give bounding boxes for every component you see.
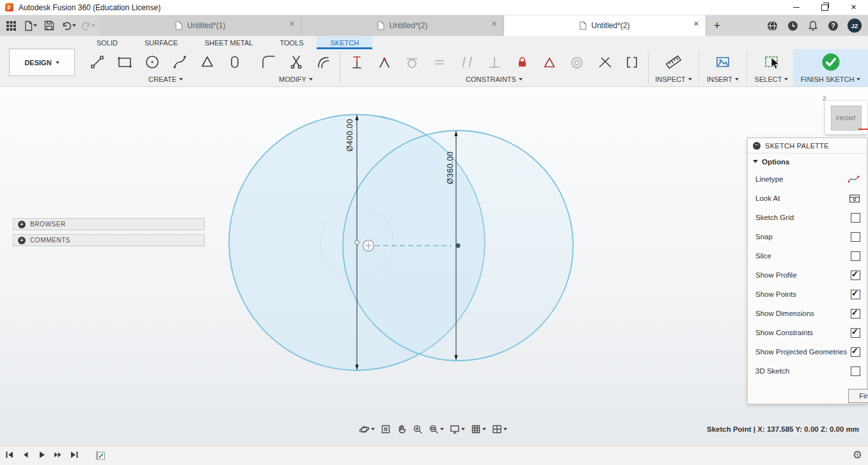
sketch-grid-checkbox[interactable] bbox=[851, 213, 860, 223]
options-section-header[interactable]: Options bbox=[748, 154, 867, 169]
tab-solid[interactable]: SOLID bbox=[83, 36, 131, 49]
workspace-selector[interactable]: DESIGN bbox=[9, 49, 75, 76]
job-status-icon[interactable] bbox=[787, 20, 799, 32]
doc-tab-3-active[interactable]: Untitled*(2) ✕ bbox=[504, 15, 706, 36]
globe-icon[interactable] bbox=[766, 20, 778, 32]
chevron-down-icon bbox=[179, 78, 183, 81]
horizontal-vertical-constraint-icon[interactable] bbox=[343, 50, 370, 74]
symmetry-constraint-icon[interactable] bbox=[618, 50, 645, 74]
user-avatar[interactable]: JZ bbox=[848, 19, 862, 33]
look-at-icon[interactable] bbox=[849, 194, 860, 203]
step-forward-icon[interactable] bbox=[53, 450, 63, 459]
origin-point[interactable] bbox=[363, 240, 374, 251]
close-button[interactable]: ✕ bbox=[839, 0, 868, 15]
zoom-window-button[interactable] bbox=[427, 422, 446, 436]
timeline-sketch-feature[interactable] bbox=[95, 450, 106, 464]
center-point-inner[interactable] bbox=[456, 244, 460, 248]
view-cube[interactable]: Z FRONT bbox=[820, 95, 868, 139]
sketch-geometry[interactable]: Ø400.00 Ø360.00 bbox=[0, 87, 868, 446]
browser-panel-header[interactable]: + BROWSER bbox=[13, 218, 205, 230]
display-settings-button[interactable] bbox=[448, 422, 467, 436]
fillet-tool-icon[interactable] bbox=[255, 50, 282, 74]
model-canvas[interactable]: Ø400.00 Ø360.00 + BROWSER bbox=[0, 87, 868, 446]
slot-tool-icon[interactable] bbox=[221, 50, 248, 74]
show-projected-geometries-checkbox[interactable] bbox=[851, 347, 860, 357]
measure-tool-icon[interactable] bbox=[660, 50, 688, 74]
help-icon[interactable]: ? bbox=[827, 20, 839, 32]
3d-sketch-checkbox[interactable] bbox=[851, 366, 860, 376]
notifications-bell-icon[interactable] bbox=[807, 20, 819, 32]
step-back-icon[interactable] bbox=[21, 450, 30, 459]
rectangle-tool-icon[interactable] bbox=[111, 50, 138, 74]
insert-image-icon[interactable] bbox=[709, 50, 737, 74]
apps-grid-icon[interactable] bbox=[3, 17, 19, 34]
polygon-tool-icon[interactable] bbox=[193, 50, 221, 74]
pan-button[interactable] bbox=[395, 422, 409, 436]
palette-row-show-constraints: Show Constraints bbox=[748, 323, 867, 342]
slice-checkbox[interactable] bbox=[851, 251, 860, 261]
view-cube-front-face[interactable]: FRONT bbox=[831, 106, 862, 130]
gear-icon[interactable]: ⚙ bbox=[853, 448, 862, 462]
group-label-insert[interactable]: INSERT bbox=[707, 75, 739, 83]
maximize-button[interactable] bbox=[810, 0, 839, 15]
close-tab-icon[interactable]: ✕ bbox=[491, 20, 497, 28]
undo-button[interactable] bbox=[60, 17, 77, 34]
trim-tool-icon[interactable] bbox=[282, 50, 310, 74]
file-menu-button[interactable] bbox=[22, 17, 38, 34]
close-tab-icon[interactable]: ✕ bbox=[693, 20, 699, 28]
new-tab-button[interactable]: + bbox=[706, 15, 728, 36]
save-button[interactable] bbox=[41, 17, 58, 34]
center-point-outer[interactable] bbox=[355, 240, 359, 244]
show-profile-checkbox[interactable] bbox=[851, 271, 860, 280]
minimize-button[interactable] bbox=[782, 0, 810, 15]
tangent-constraint-icon[interactable] bbox=[398, 50, 425, 74]
offset-tool-icon[interactable] bbox=[310, 50, 337, 74]
group-label-finish-sketch[interactable]: FINISH SKETCH bbox=[801, 75, 861, 83]
coincident-constraint-icon[interactable] bbox=[370, 50, 398, 74]
go-to-end-icon[interactable] bbox=[70, 450, 79, 459]
look-at-button[interactable] bbox=[379, 422, 393, 436]
group-label-inspect[interactable]: INSPECT bbox=[655, 75, 692, 83]
tab-surface[interactable]: SURFACE bbox=[131, 36, 191, 49]
line-tool-icon[interactable] bbox=[83, 50, 111, 74]
circle-tool-icon[interactable] bbox=[138, 50, 166, 74]
status-readout: Sketch Point | X: 137.585 Y: 0.00 Z: 0.0… bbox=[707, 425, 859, 433]
doc-tab-1[interactable]: Untitled*(1) ✕ bbox=[100, 15, 302, 36]
spline-tool-icon[interactable] bbox=[166, 50, 193, 74]
collinear-constraint-icon[interactable] bbox=[590, 50, 618, 74]
group-label-modify[interactable]: MODIFY bbox=[279, 75, 313, 83]
tab-sketch[interactable]: SKETCH bbox=[317, 36, 372, 49]
go-to-start-icon[interactable] bbox=[5, 450, 14, 459]
midpoint-constraint-icon[interactable] bbox=[535, 50, 563, 74]
concentric-constraint-icon[interactable] bbox=[563, 50, 590, 74]
show-dimensions-checkbox[interactable] bbox=[851, 309, 860, 319]
viewports-button[interactable] bbox=[490, 422, 509, 436]
group-label-select[interactable]: SELECT bbox=[755, 75, 789, 83]
orbit-button[interactable] bbox=[357, 422, 377, 437]
finish-button[interactable]: Finish bbox=[848, 389, 868, 403]
tab-tools[interactable]: TOOLS bbox=[266, 36, 317, 49]
fix-constraint-icon[interactable] bbox=[508, 50, 535, 74]
finish-sketch-button[interactable] bbox=[815, 50, 847, 74]
group-label-create[interactable]: CREATE bbox=[148, 75, 183, 83]
linetype-icon[interactable] bbox=[848, 174, 860, 184]
show-constraints-checkbox[interactable] bbox=[851, 328, 860, 338]
tab-sheet-metal[interactable]: SHEET METAL bbox=[191, 36, 266, 49]
sketch-palette-header[interactable]: − SKETCH PALETTE bbox=[748, 138, 867, 154]
perpendicular-constraint-icon[interactable] bbox=[480, 50, 508, 74]
play-icon[interactable] bbox=[37, 450, 46, 459]
redo-button[interactable] bbox=[79, 17, 96, 34]
doc-tab-2[interactable]: Untitled*(2) ✕ bbox=[302, 15, 504, 36]
browser-panel-label: BROWSER bbox=[30, 221, 66, 228]
parallel-constraint-icon[interactable] bbox=[453, 50, 480, 74]
close-tab-icon[interactable]: ✕ bbox=[289, 20, 295, 28]
collapse-icon[interactable]: − bbox=[753, 142, 761, 150]
comments-panel-header[interactable]: + COMMENTS bbox=[13, 234, 205, 246]
workspace-label: DESIGN bbox=[24, 59, 51, 67]
zoom-button[interactable] bbox=[411, 422, 425, 436]
show-points-checkbox[interactable] bbox=[851, 290, 860, 299]
snap-checkbox[interactable] bbox=[851, 232, 860, 242]
grid-settings-button[interactable] bbox=[469, 422, 488, 436]
equal-constraint-icon[interactable] bbox=[425, 50, 453, 74]
group-label-constraints[interactable]: CONSTRAINTS bbox=[466, 75, 523, 83]
